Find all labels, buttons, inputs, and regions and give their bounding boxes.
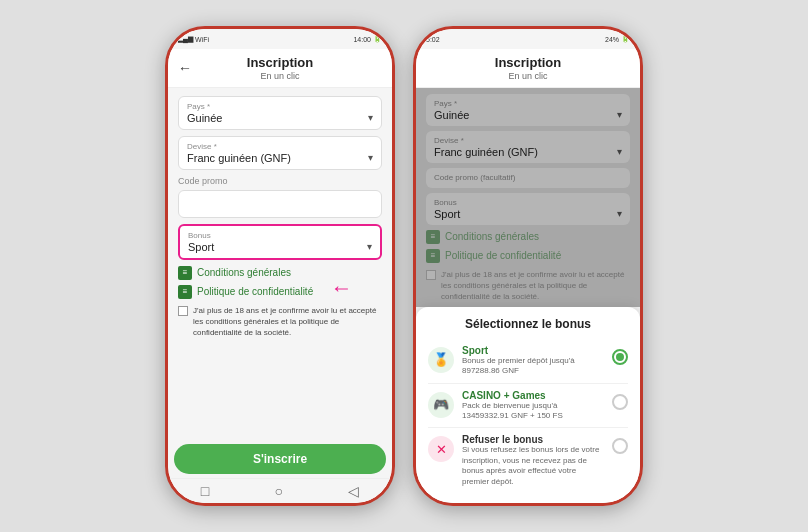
pays-field[interactable]: Pays * Guinée ▾ xyxy=(178,96,382,130)
refuse-icon: ✕ xyxy=(428,436,454,462)
nav-square-1[interactable]: □ xyxy=(201,483,209,499)
header-1: ← Inscription En un clic xyxy=(168,49,392,88)
conditions-icon-1: ≡ xyxy=(178,266,192,280)
bonus-value-row: Sport ▾ xyxy=(188,241,372,253)
nav-back-1[interactable]: ◁ xyxy=(348,483,359,499)
bonus-field[interactable]: Bonus Sport ▾ ↑ xyxy=(178,224,382,260)
sport-name: Sport xyxy=(462,345,604,356)
status-bar-2: 5:02 24% 🔋 xyxy=(416,29,640,49)
form-content-1: Pays * Guinée ▾ Devise * Franc guinéen (… xyxy=(168,88,392,436)
bottom-nav-1: □ ○ ◁ xyxy=(168,478,392,503)
time-1: 14:00 xyxy=(353,36,371,43)
battery-2: 24% xyxy=(605,36,619,43)
dimmed-content-2: Pays * Guinée ▾ Devise * Franc guinéen (… xyxy=(416,88,640,307)
wifi-icon: WiFi xyxy=(195,36,209,43)
sport-text: Sport Bonus de premier dépôt jusqu'à 897… xyxy=(462,345,604,377)
code-promo-input[interactable] xyxy=(178,190,382,218)
bonus-option-casino[interactable]: 🎮 CASINO + Games Pack de bienvenue jusqu… xyxy=(428,384,628,429)
conditions-label-1: Conditions générales xyxy=(197,267,291,278)
devise-label: Devise * xyxy=(187,142,373,151)
devise-chevron: ▾ xyxy=(368,152,373,163)
app-subtitle-1: En un clic xyxy=(180,71,380,81)
casino-icon: 🎮 xyxy=(428,392,454,418)
code-promo-label: Code promo xyxy=(178,176,382,186)
app-subtitle-2: En un clic xyxy=(428,71,628,81)
legal-text-1: J'ai plus de 18 ans et je confirme avoir… xyxy=(178,305,382,339)
pays-value-row: Guinée ▾ xyxy=(187,112,373,124)
status-left-2: 5:02 xyxy=(426,36,440,43)
pays-chevron: ▾ xyxy=(368,112,373,123)
time-2: 5:02 xyxy=(426,36,440,43)
sport-desc: Bonus de premier dépôt jusqu'à 897288.86… xyxy=(462,356,604,377)
conditions-link-1[interactable]: ≡ Conditions générales xyxy=(178,266,382,280)
sport-radio[interactable] xyxy=(612,349,628,365)
devise-field[interactable]: Devise * Franc guinéen (GNF) ▾ xyxy=(178,136,382,170)
bonus-label: Bonus xyxy=(188,231,372,240)
register-button-1[interactable]: S'inscrire xyxy=(174,444,386,474)
header-2: Inscription En un clic xyxy=(416,49,640,88)
bonus-chevron: ▾ xyxy=(367,241,372,252)
app-title-2: Inscription xyxy=(428,55,628,71)
battery-icon-2: 🔋 xyxy=(621,35,630,43)
bonus-option-refuse[interactable]: ✕ Refuser le bonus Si vous refusez les b… xyxy=(428,428,628,493)
legal-checkbox-1[interactable] xyxy=(178,306,188,316)
refuse-text: Refuser le bonus Si vous refusez les bon… xyxy=(462,434,604,487)
nav-circle-1[interactable]: ○ xyxy=(274,483,282,499)
pays-label: Pays * xyxy=(187,102,373,111)
phone-1: ▂▄▆ WiFi 14:00 🔋 ← Inscription En un cli… xyxy=(165,26,395,506)
status-bar-1: ▂▄▆ WiFi 14:00 🔋 xyxy=(168,29,392,49)
sport-icon: 🏅 xyxy=(428,347,454,373)
arrow-annotation: ↑ xyxy=(327,283,353,294)
bonus-value: Sport xyxy=(188,241,214,253)
status-left-1: ▂▄▆ WiFi xyxy=(178,35,209,43)
casino-text: CASINO + Games Pack de bienvenue jusqu'à… xyxy=(462,390,604,422)
politique-label-1: Politique de confidentialité xyxy=(197,286,313,297)
signal-icon: ▂▄▆ xyxy=(178,35,193,43)
refuse-radio[interactable] xyxy=(612,438,628,454)
status-right-2: 24% 🔋 xyxy=(605,35,630,43)
app-title-1: Inscription xyxy=(180,55,380,71)
politique-icon-1: ≡ xyxy=(178,285,192,299)
bonus-bottom-sheet: Sélectionnez le bonus 🏅 Sport Bonus de p… xyxy=(416,307,640,503)
casino-radio[interactable] xyxy=(612,394,628,410)
bonus-option-sport[interactable]: 🏅 Sport Bonus de premier dépôt jusqu'à 8… xyxy=(428,339,628,384)
phones-container: ▂▄▆ WiFi 14:00 🔋 ← Inscription En un cli… xyxy=(155,16,653,516)
casino-desc: Pack de bienvenue jusqu'à 13459332.91 GN… xyxy=(462,401,604,422)
back-button-1[interactable]: ← xyxy=(178,60,192,76)
refuse-desc: Si vous refusez les bonus lors de votre … xyxy=(462,445,604,487)
legal-label-1: J'ai plus de 18 ans et je confirme avoir… xyxy=(193,305,382,339)
devise-value: Franc guinéen (GNF) xyxy=(187,152,291,164)
devise-value-row: Franc guinéen (GNF) ▾ xyxy=(187,152,373,164)
pays-value: Guinée xyxy=(187,112,222,124)
casino-name: CASINO + Games xyxy=(462,390,604,401)
refuse-name: Refuser le bonus xyxy=(462,434,604,445)
bottom-sheet-title: Sélectionnez le bonus xyxy=(428,317,628,331)
phone-2: 5:02 24% 🔋 Inscription En un clic Pays * xyxy=(413,26,643,506)
status-right-1: 14:00 🔋 xyxy=(353,35,382,43)
battery-icon: 🔋 xyxy=(373,35,382,43)
